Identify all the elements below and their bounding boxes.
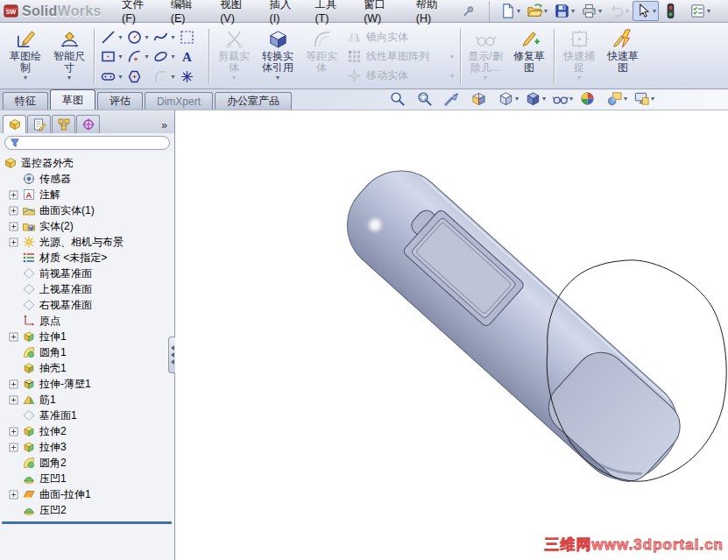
dropdown-caret-icon[interactable]: ▾	[542, 95, 546, 103]
sketch-entity-button[interactable]: A ▾	[178, 48, 204, 65]
command-row[interactable]: 线性草图阵列 ▾	[347, 47, 454, 66]
command-button[interactable]: 等距实 体 ▾	[300, 25, 343, 89]
tree-item[interactable]: 筋1	[0, 392, 174, 408]
dropdown-caret-icon[interactable]: ▾	[450, 53, 454, 60]
dropdown-caret-icon[interactable]: ▾	[450, 72, 454, 80]
dropdown-caret-icon[interactable]: ▾	[544, 7, 548, 15]
dropdown-caret-icon[interactable]: ▾	[143, 33, 151, 41]
command-row[interactable]: 移动实体 ▾	[347, 67, 454, 85]
sketch-entity-button[interactable]: ▾	[99, 29, 125, 46]
dropdown-caret-icon[interactable]: ▾	[169, 33, 177, 41]
dropdown-caret-icon[interactable]: ▾	[169, 73, 177, 81]
pin-icon[interactable]	[462, 4, 475, 18]
view-toolbar-button[interactable]: ▾	[498, 90, 519, 107]
dropdown-caret-icon[interactable]: ▾	[626, 7, 629, 15]
commandmanager-tab[interactable]: 办公室产品	[215, 92, 292, 110]
tree-item[interactable]: 圆角2	[0, 455, 174, 471]
tree-item[interactable]: 拉伸3	[0, 439, 174, 455]
panel-splitter-handle[interactable]	[168, 337, 175, 373]
command-row[interactable]: 镜向实体 ▾	[347, 28, 454, 46]
tree-item[interactable]: 拉伸2	[0, 423, 174, 439]
dropdown-caret-icon[interactable]: ▾	[624, 95, 627, 103]
quickbar-button[interactable]: ▾	[714, 1, 724, 21]
tree-item[interactable]: 右视基准面	[0, 297, 174, 313]
tree-filter-input[interactable]	[23, 138, 165, 148]
sketch-entity-button[interactable]: ▾	[99, 68, 125, 85]
quickbar-button[interactable]: ▾	[660, 1, 686, 21]
command-button[interactable]: 显示/删 除几... ▾	[463, 25, 507, 89]
tree-item[interactable]: 前视基准面	[0, 266, 174, 281]
tree-item[interactable]: A 注解	[0, 187, 174, 202]
dropdown-caret-icon[interactable]: ▾	[232, 74, 236, 82]
dropdown-caret-icon[interactable]: ▾	[169, 53, 177, 60]
tree-item[interactable]: 基准面1	[0, 408, 174, 423]
view-toolbar-button[interactable]: ▾	[552, 90, 573, 107]
sketch-entity-button[interactable]: ▾	[125, 68, 152, 85]
view-toolbar-button[interactable]: ▾	[470, 90, 491, 107]
tree-item[interactable]: 拉伸-薄壁1	[0, 376, 174, 392]
sketch-entity-button[interactable]: ▾	[99, 48, 125, 65]
expand-toggle-icon[interactable]	[9, 206, 18, 216]
tree-item[interactable]: 传感器	[0, 171, 174, 187]
command-button[interactable]: 剪裁实 体 ▾	[212, 25, 256, 89]
sketch-entity-button[interactable]: ▾	[178, 29, 204, 46]
tree-item[interactable]: 原点	[0, 313, 174, 329]
dropdown-caret-icon[interactable]: ▾	[276, 74, 279, 82]
command-button[interactable]: 快速捕 捉 ▾	[557, 25, 601, 89]
dropdown-caret-icon[interactable]: ▾	[117, 73, 124, 81]
expand-toggle-icon[interactable]	[9, 379, 18, 389]
tree-item[interactable]: 材质 <未指定>	[0, 250, 174, 266]
commandmanager-tab[interactable]: 特征	[3, 92, 48, 110]
dropdown-caret-icon[interactable]: ▾	[67, 74, 71, 82]
quickbar-button[interactable]: ▾	[551, 1, 577, 21]
command-button[interactable]: 快速草 图 ▾	[601, 25, 645, 89]
sketch-entity-button[interactable]: ▾	[152, 29, 178, 46]
sketch-entity-button[interactable]: ▾	[178, 68, 204, 85]
view-toolbar-button[interactable]: ▾	[389, 90, 410, 107]
expand-toggle-icon[interactable]	[9, 490, 18, 500]
view-toolbar-button[interactable]: ▾	[579, 90, 600, 107]
expand-toggle-icon[interactable]	[9, 332, 18, 342]
quickbar-button[interactable]: ▾	[578, 1, 604, 21]
expand-toggle-icon[interactable]	[9, 443, 18, 452]
dropdown-caret-icon[interactable]: ▾	[517, 7, 520, 15]
command-button[interactable]: 转换实 体引用 ▾	[256, 25, 300, 89]
dropdown-caret-icon[interactable]: ▾	[143, 53, 151, 60]
panel-tab[interactable]	[52, 115, 75, 133]
quickbar-button[interactable]: ▾	[605, 1, 632, 21]
expand-toggle-icon[interactable]	[9, 190, 18, 200]
command-button[interactable]: 草图绘 制 ▾	[4, 25, 47, 89]
tree-item[interactable]: 圆角1	[0, 344, 174, 360]
panel-tab[interactable]	[3, 115, 26, 133]
dropdown-caret-icon[interactable]: ▾	[484, 74, 487, 82]
dropdown-caret-icon[interactable]: ▾	[707, 7, 710, 15]
tree-item[interactable]: 拉伸1	[0, 329, 174, 344]
view-toolbar-button[interactable]: ▾	[443, 90, 464, 107]
quickbar-button[interactable]: ▾	[497, 1, 523, 21]
dropdown-caret-icon[interactable]: ▾	[515, 95, 519, 103]
sketch-entity-button[interactable]: ▾	[152, 48, 178, 65]
command-button[interactable]: 修复草 图 ▾	[507, 25, 551, 89]
tree-item[interactable]: 曲面-拉伸1	[0, 486, 174, 502]
sketch-entity-button[interactable]: ▾	[125, 29, 152, 46]
view-toolbar-button[interactable]: ▾	[416, 90, 437, 107]
tree-item[interactable]: 遥控器外壳	[0, 155, 174, 171]
dropdown-caret-icon[interactable]: ▾	[117, 33, 124, 41]
commandmanager-tab[interactable]: 草图	[50, 89, 95, 110]
tree-item[interactable]: 压凹1	[0, 471, 174, 486]
tree-item[interactable]: 压凹2	[0, 502, 174, 518]
expand-toggle-icon[interactable]	[9, 427, 18, 436]
sketch-entity-button[interactable]: ▾	[125, 48, 152, 65]
remote-shell-model[interactable]	[329, 152, 697, 498]
dropdown-caret-icon[interactable]: ▾	[569, 95, 573, 103]
sketch-entity-button[interactable]: ▾	[152, 68, 178, 85]
panel-tab[interactable]	[27, 115, 51, 133]
dropdown-caret-icon[interactable]: ▾	[598, 7, 602, 15]
commandmanager-tab[interactable]: DimXpert	[145, 92, 213, 110]
command-button[interactable]: 智能尺 寸 ▾	[47, 25, 91, 89]
view-toolbar-button[interactable]: ▾	[606, 90, 627, 107]
rollback-bar[interactable]	[2, 521, 172, 524]
dropdown-caret-icon[interactable]: ▾	[651, 95, 654, 103]
view-toolbar-button[interactable]: ▾	[633, 90, 654, 107]
dropdown-caret-icon[interactable]: ▾	[117, 53, 124, 60]
